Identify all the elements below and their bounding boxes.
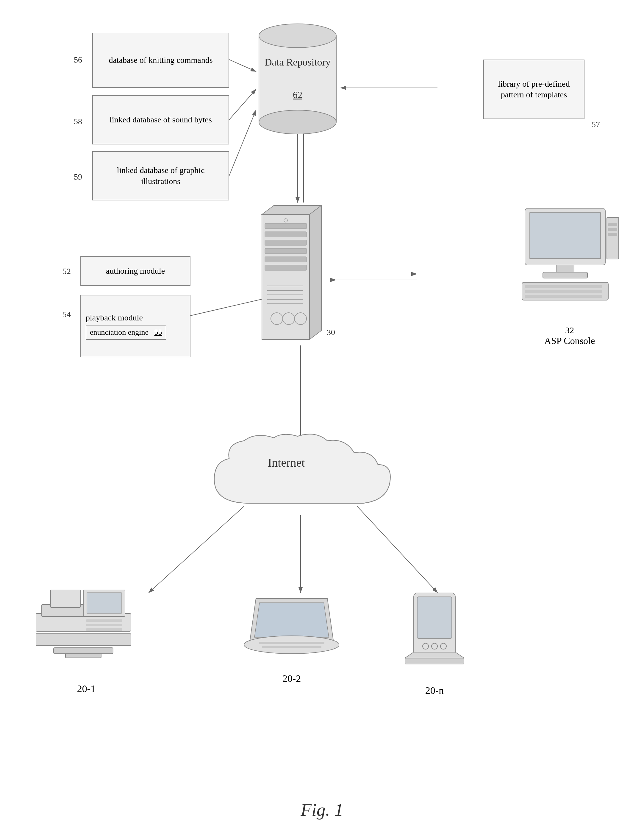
svg-rect-24 xyxy=(265,240,307,245)
db-sound-label: linked database of sound bytes xyxy=(110,114,212,125)
svg-rect-48 xyxy=(608,233,617,236)
authoring-label: authoring module xyxy=(106,266,165,277)
svg-point-17 xyxy=(259,24,336,48)
svg-rect-63 xyxy=(259,642,324,644)
box-library: library of pre-defined pattern of templa… xyxy=(483,59,585,119)
label-58: 58 xyxy=(74,117,82,126)
svg-rect-72 xyxy=(405,658,464,664)
asp-console-label: ASP Console xyxy=(519,335,620,346)
svg-rect-64 xyxy=(262,645,321,648)
svg-rect-53 xyxy=(87,593,122,614)
svg-rect-26 xyxy=(265,257,307,262)
svg-rect-42 xyxy=(525,285,602,288)
svg-rect-54 xyxy=(36,634,131,645)
svg-rect-27 xyxy=(265,265,307,270)
svg-rect-16 xyxy=(259,36,336,122)
label-52: 52 xyxy=(62,267,71,276)
data-repo-label: Data Repository xyxy=(256,57,339,68)
label-30: 30 xyxy=(327,328,335,337)
asp-console-number: 32 xyxy=(519,325,620,335)
label-56: 56 xyxy=(74,55,82,64)
device-20-n-label: 20-n xyxy=(405,685,464,696)
box-authoring: authoring module xyxy=(80,256,191,286)
svg-line-1 xyxy=(229,89,256,120)
box-db-knitting: database of knitting commands xyxy=(92,33,229,88)
box-db-graphic: linked database of graphic illustrations xyxy=(92,151,229,201)
label-54: 54 xyxy=(62,310,71,319)
svg-rect-43 xyxy=(525,290,602,293)
box-db-sound: linked database of sound bytes xyxy=(92,95,229,145)
device-20-1: 20-1 xyxy=(36,589,137,695)
svg-rect-25 xyxy=(265,249,307,254)
db-knitting-label: database of knitting commands xyxy=(108,55,212,66)
svg-rect-57 xyxy=(86,628,122,631)
label-57: 57 xyxy=(591,120,600,129)
svg-point-18 xyxy=(259,110,336,134)
svg-rect-22 xyxy=(265,223,307,229)
svg-marker-61 xyxy=(255,603,329,637)
svg-rect-47 xyxy=(608,228,617,231)
svg-rect-55 xyxy=(86,619,122,622)
svg-line-2 xyxy=(229,110,256,176)
svg-rect-40 xyxy=(543,272,587,278)
db-graphic-label: linked database of graphic illustrations xyxy=(97,165,224,187)
device-20-2-label: 20-2 xyxy=(244,673,339,684)
device-20-1-label: 20-1 xyxy=(36,683,137,695)
box-playback: playback module enunciation engine 55 xyxy=(80,295,191,357)
svg-rect-46 xyxy=(608,223,617,226)
svg-rect-51 xyxy=(51,589,80,608)
figure-label: Fig. 1 xyxy=(301,800,343,820)
enunciation-number: 55 xyxy=(154,328,162,336)
label-59: 59 xyxy=(74,172,82,182)
playback-label: playback module xyxy=(86,313,143,323)
svg-marker-73 xyxy=(405,652,464,658)
svg-point-62 xyxy=(244,636,339,654)
svg-rect-39 xyxy=(556,265,574,272)
server-tower xyxy=(256,203,327,347)
box-enunciation: enunciation engine 55 xyxy=(86,325,166,340)
svg-rect-59 xyxy=(66,654,101,658)
svg-rect-23 xyxy=(265,232,307,237)
device-20-n: 20-n xyxy=(405,593,464,696)
svg-line-0 xyxy=(229,59,256,71)
enunciation-label: enunciation engine xyxy=(90,328,148,336)
diagram: database of knitting commands 56 linked … xyxy=(0,0,644,838)
data-repository: Data Repository 62 xyxy=(256,18,339,137)
device-20-2: 20-2 xyxy=(244,593,339,684)
internet-label: Internet xyxy=(268,456,305,470)
internet-cloud: Internet xyxy=(191,432,411,522)
library-label: library of pre-defined pattern of templa… xyxy=(488,79,580,100)
svg-rect-56 xyxy=(86,624,122,626)
svg-rect-44 xyxy=(525,295,602,298)
svg-rect-38 xyxy=(530,212,601,258)
svg-rect-66 xyxy=(417,597,452,639)
svg-rect-58 xyxy=(54,648,113,654)
asp-console: 32 ASP Console xyxy=(519,209,620,346)
svg-marker-21 xyxy=(309,206,321,339)
data-repo-number: 62 xyxy=(256,89,339,100)
